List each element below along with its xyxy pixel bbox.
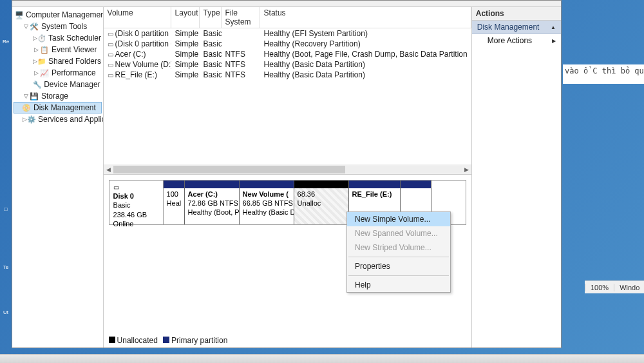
tree-services-apps[interactable]: ▷⚙️ Services and Applications [14,113,102,125]
tree-device-manager[interactable]: 🔧 Device Manager [14,79,102,90]
col-filesystem[interactable]: File System [222,7,260,28]
performance-icon: 📈 [39,68,50,78]
table-row[interactable]: Acer (C:)SimpleBasicNTFSHealthy (Boot, P… [104,49,471,59]
context-menu[interactable]: New Simple Volume... New Spanned Volume.… [346,211,451,293]
menu-help[interactable]: Help [347,278,450,292]
os-label: Windo [614,284,644,291]
col-status[interactable]: Status [260,7,471,28]
disk-size: 238.46 GB [113,210,159,219]
tree-label: Task Scheduler [48,34,101,43]
tree-disk-management[interactable]: 📀 Disk Management [14,102,102,113]
device-icon: 🔧 [33,79,42,90]
taskbar[interactable] [0,354,644,363]
clock-icon: ⏱️ [37,33,46,43]
tree-storage[interactable]: ▽💾 Storage [14,90,102,102]
menu-properties[interactable]: Properties [347,259,450,273]
actions-disk-management[interactable]: Disk Management ▲ [472,21,561,34]
menu-new-simple-volume[interactable]: New Simple Volume... [347,212,450,226]
desktop-icon[interactable]: Ut [1,309,10,332]
desktop-icon[interactable]: □ [1,206,10,229]
disk-label: Disk 0 [113,191,159,201]
actions-more[interactable]: More Actions ▶ [472,34,561,47]
tree-label: Device Manager [44,80,100,89]
tree-event-viewer[interactable]: ▷📋 Event Viewer [14,44,102,55]
scroll-left-icon[interactable]: ◀ [104,166,113,173]
disk-state: Online [113,219,159,228]
actions-label: Disk Management [477,23,540,32]
col-type[interactable]: Type [200,7,222,28]
event-icon: 📋 [39,44,50,55]
toolbar [12,1,561,7]
tree-task-scheduler[interactable]: ▷⏱️ Task Scheduler [14,32,102,44]
tools-icon: 🛠️ [29,21,39,32]
tree-root[interactable]: 🖥️ Computer Management (Local) [14,9,102,21]
tree-label: Event Viewer [52,45,97,54]
disk-type: Basic [113,201,159,210]
partition-primary[interactable]: 100Heal [164,181,185,224]
storage-icon: 💾 [29,91,39,101]
partition-unallocated[interactable]: 68.36Unalloc [294,181,349,224]
submenu-arrow-icon: ▶ [552,38,556,44]
tree-label: Performance [52,68,96,77]
legend: Unallocated Primary partition [109,336,228,345]
volume-list[interactable]: Volume Layout Type File System Status (D… [104,7,471,175]
table-row[interactable]: (Disk 0 partition 6)SimpleBasicHealthy (… [104,39,471,49]
volume-header[interactable]: Volume Layout Type File System Status [104,7,471,28]
tree-performance[interactable]: ▷📈 Performance [14,67,102,79]
col-layout[interactable]: Layout [171,7,200,28]
disk-icon: 📀 [21,103,32,113]
tree-label: Disk Management [33,103,96,112]
legend-unallocated: Unallocated [117,336,158,345]
tree-label: Computer Management (Local) [26,10,104,19]
menu-new-spanned-volume: New Spanned Volume... [347,226,450,240]
menu-new-striped-volume: New Striped Volume... [347,240,450,255]
background-statusbar: 100% Windo [585,280,644,293]
hscrollbar[interactable]: ◀ ▶ [104,164,471,174]
nav-tree[interactable]: 🖥️ Computer Management (Local) ▽🛠️ Syste… [12,7,104,348]
partition-primary[interactable]: New Volume (66.85 GB NTFSHealthy (Basic … [240,181,294,224]
table-row[interactable]: RE_File (E:)SimpleBasicNTFSHealthy (Basi… [104,70,471,80]
tree-label: Storage [41,92,68,101]
tree-label: Shared Folders [48,57,101,66]
legend-primary: Primary partition [171,336,227,345]
actions-label: More Actions [488,36,532,45]
partition-primary[interactable]: Acer (C:)72.86 GB NTFSHealthy (Boot, P [185,181,240,224]
tree-system-tools[interactable]: ▽🛠️ System Tools [14,21,102,32]
services-icon: ⚙️ [27,114,36,124]
col-volume[interactable]: Volume [104,7,171,28]
zoom-level: 100% [585,284,614,291]
disk-info: ▭ Disk 0 Basic 238.46 GB Online [109,181,164,224]
scroll-thumb[interactable] [113,166,345,173]
tree-label: Services and Applications [38,115,104,124]
table-row[interactable]: (Disk 0 partition 1)SimpleBasicHealthy (… [104,28,471,39]
desktop-icon[interactable]: Te [1,264,10,287]
folder-icon: 📁 [37,56,46,66]
scroll-track[interactable] [113,166,462,173]
collapse-arrow-icon: ▲ [551,25,556,30]
tree-shared-folders[interactable]: ▷📁 Shared Folders [14,55,102,67]
actions-pane: Actions Disk Management ▲ More Actions ▶ [472,7,561,348]
menu-separator [348,257,449,257]
computer-management-window: 🖥️ Computer Management (Local) ▽🛠️ Syste… [12,0,562,348]
menu-separator [348,275,449,276]
table-row[interactable]: New Volume (D:)SimpleBasicNTFSHealthy (B… [104,59,471,70]
center-pane: Volume Layout Type File System Status (D… [104,7,472,348]
computer-icon: 🖥️ [15,10,24,20]
background-window-text: vào ổ C thì bỏ qua [563,64,644,84]
desktop-icon[interactable]: Re [1,39,10,61]
actions-header: Actions [472,7,561,21]
scroll-right-icon[interactable]: ▶ [462,166,471,173]
tree-label: System Tools [41,22,87,31]
